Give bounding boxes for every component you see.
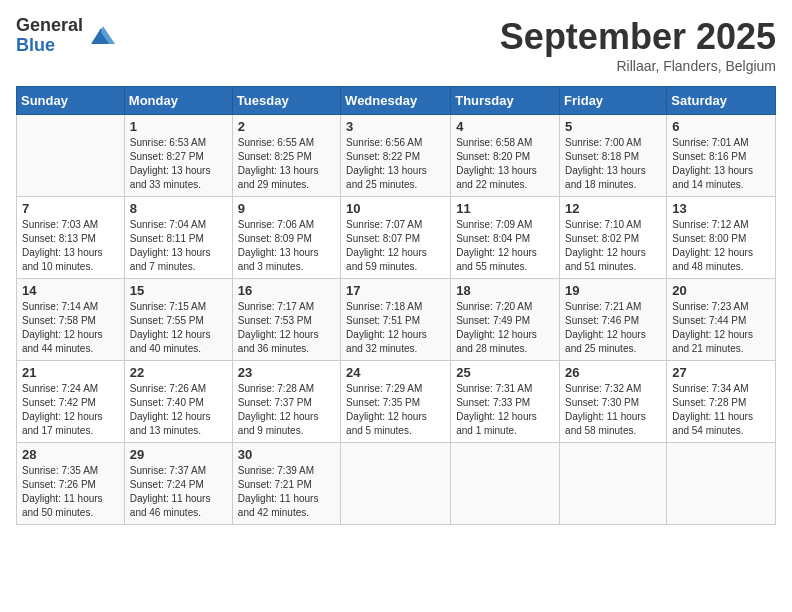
day-number: 9 — [238, 201, 335, 216]
cell-info: Sunrise: 7:00 AMSunset: 8:18 PMDaylight:… — [565, 136, 661, 192]
header-cell-sunday: Sunday — [17, 87, 125, 115]
day-number: 18 — [456, 283, 554, 298]
day-number: 26 — [565, 365, 661, 380]
cell-info: Sunrise: 7:07 AMSunset: 8:07 PMDaylight:… — [346, 218, 445, 274]
calendar-cell — [341, 443, 451, 525]
cell-info: Sunrise: 7:37 AMSunset: 7:24 PMDaylight:… — [130, 464, 227, 520]
cell-info: Sunrise: 7:31 AMSunset: 7:33 PMDaylight:… — [456, 382, 554, 438]
day-number: 25 — [456, 365, 554, 380]
cell-info: Sunrise: 7:34 AMSunset: 7:28 PMDaylight:… — [672, 382, 770, 438]
calendar-cell: 15Sunrise: 7:15 AMSunset: 7:55 PMDayligh… — [124, 279, 232, 361]
header-cell-wednesday: Wednesday — [341, 87, 451, 115]
header-cell-thursday: Thursday — [451, 87, 560, 115]
calendar-cell: 26Sunrise: 7:32 AMSunset: 7:30 PMDayligh… — [560, 361, 667, 443]
calendar-cell: 3Sunrise: 6:56 AMSunset: 8:22 PMDaylight… — [341, 115, 451, 197]
week-row-2: 7Sunrise: 7:03 AMSunset: 8:13 PMDaylight… — [17, 197, 776, 279]
cell-info: Sunrise: 7:15 AMSunset: 7:55 PMDaylight:… — [130, 300, 227, 356]
day-number: 7 — [22, 201, 119, 216]
calendar-cell — [17, 115, 125, 197]
day-number: 22 — [130, 365, 227, 380]
cell-info: Sunrise: 7:10 AMSunset: 8:02 PMDaylight:… — [565, 218, 661, 274]
cell-info: Sunrise: 7:20 AMSunset: 7:49 PMDaylight:… — [456, 300, 554, 356]
calendar-cell: 4Sunrise: 6:58 AMSunset: 8:20 PMDaylight… — [451, 115, 560, 197]
calendar-cell: 27Sunrise: 7:34 AMSunset: 7:28 PMDayligh… — [667, 361, 776, 443]
header-cell-tuesday: Tuesday — [232, 87, 340, 115]
cell-info: Sunrise: 6:56 AMSunset: 8:22 PMDaylight:… — [346, 136, 445, 192]
day-number: 28 — [22, 447, 119, 462]
cell-info: Sunrise: 6:58 AMSunset: 8:20 PMDaylight:… — [456, 136, 554, 192]
calendar-cell: 29Sunrise: 7:37 AMSunset: 7:24 PMDayligh… — [124, 443, 232, 525]
day-number: 6 — [672, 119, 770, 134]
calendar-cell: 14Sunrise: 7:14 AMSunset: 7:58 PMDayligh… — [17, 279, 125, 361]
cell-info: Sunrise: 7:32 AMSunset: 7:30 PMDaylight:… — [565, 382, 661, 438]
cell-info: Sunrise: 6:53 AMSunset: 8:27 PMDaylight:… — [130, 136, 227, 192]
day-number: 12 — [565, 201, 661, 216]
cell-info: Sunrise: 7:06 AMSunset: 8:09 PMDaylight:… — [238, 218, 335, 274]
day-number: 16 — [238, 283, 335, 298]
calendar-cell: 22Sunrise: 7:26 AMSunset: 7:40 PMDayligh… — [124, 361, 232, 443]
calendar-table: SundayMondayTuesdayWednesdayThursdayFrid… — [16, 86, 776, 525]
logo: General Blue — [16, 16, 115, 56]
day-number: 17 — [346, 283, 445, 298]
day-number: 8 — [130, 201, 227, 216]
day-number: 4 — [456, 119, 554, 134]
cell-info: Sunrise: 7:29 AMSunset: 7:35 PMDaylight:… — [346, 382, 445, 438]
calendar-cell: 17Sunrise: 7:18 AMSunset: 7:51 PMDayligh… — [341, 279, 451, 361]
day-number: 11 — [456, 201, 554, 216]
calendar-cell: 6Sunrise: 7:01 AMSunset: 8:16 PMDaylight… — [667, 115, 776, 197]
day-number: 29 — [130, 447, 227, 462]
cell-info: Sunrise: 7:01 AMSunset: 8:16 PMDaylight:… — [672, 136, 770, 192]
cell-info: Sunrise: 7:28 AMSunset: 7:37 PMDaylight:… — [238, 382, 335, 438]
calendar-cell: 5Sunrise: 7:00 AMSunset: 8:18 PMDaylight… — [560, 115, 667, 197]
calendar-cell: 16Sunrise: 7:17 AMSunset: 7:53 PMDayligh… — [232, 279, 340, 361]
calendar-cell: 11Sunrise: 7:09 AMSunset: 8:04 PMDayligh… — [451, 197, 560, 279]
cell-info: Sunrise: 7:12 AMSunset: 8:00 PMDaylight:… — [672, 218, 770, 274]
calendar-cell — [451, 443, 560, 525]
calendar-cell: 20Sunrise: 7:23 AMSunset: 7:44 PMDayligh… — [667, 279, 776, 361]
page-header: General Blue September 2025 Rillaar, Fla… — [16, 16, 776, 74]
week-row-4: 21Sunrise: 7:24 AMSunset: 7:42 PMDayligh… — [17, 361, 776, 443]
calendar-cell: 24Sunrise: 7:29 AMSunset: 7:35 PMDayligh… — [341, 361, 451, 443]
calendar-cell: 9Sunrise: 7:06 AMSunset: 8:09 PMDaylight… — [232, 197, 340, 279]
cell-info: Sunrise: 7:17 AMSunset: 7:53 PMDaylight:… — [238, 300, 335, 356]
day-number: 10 — [346, 201, 445, 216]
day-number: 21 — [22, 365, 119, 380]
calendar-header: SundayMondayTuesdayWednesdayThursdayFrid… — [17, 87, 776, 115]
calendar-body: 1Sunrise: 6:53 AMSunset: 8:27 PMDaylight… — [17, 115, 776, 525]
day-number: 2 — [238, 119, 335, 134]
location: Rillaar, Flanders, Belgium — [500, 58, 776, 74]
calendar-cell — [667, 443, 776, 525]
calendar-cell: 2Sunrise: 6:55 AMSunset: 8:25 PMDaylight… — [232, 115, 340, 197]
title-block: September 2025 Rillaar, Flanders, Belgiu… — [500, 16, 776, 74]
cell-info: Sunrise: 7:39 AMSunset: 7:21 PMDaylight:… — [238, 464, 335, 520]
cell-info: Sunrise: 7:04 AMSunset: 8:11 PMDaylight:… — [130, 218, 227, 274]
cell-info: Sunrise: 7:03 AMSunset: 8:13 PMDaylight:… — [22, 218, 119, 274]
logo-icon — [87, 22, 115, 50]
cell-info: Sunrise: 7:18 AMSunset: 7:51 PMDaylight:… — [346, 300, 445, 356]
month-title: September 2025 — [500, 16, 776, 58]
day-number: 13 — [672, 201, 770, 216]
logo-blue: Blue — [16, 36, 83, 56]
day-number: 20 — [672, 283, 770, 298]
day-number: 14 — [22, 283, 119, 298]
day-number: 30 — [238, 447, 335, 462]
calendar-cell: 25Sunrise: 7:31 AMSunset: 7:33 PMDayligh… — [451, 361, 560, 443]
day-number: 27 — [672, 365, 770, 380]
day-number: 5 — [565, 119, 661, 134]
header-cell-friday: Friday — [560, 87, 667, 115]
calendar-cell: 1Sunrise: 6:53 AMSunset: 8:27 PMDaylight… — [124, 115, 232, 197]
calendar-cell: 13Sunrise: 7:12 AMSunset: 8:00 PMDayligh… — [667, 197, 776, 279]
cell-info: Sunrise: 7:23 AMSunset: 7:44 PMDaylight:… — [672, 300, 770, 356]
cell-info: Sunrise: 7:24 AMSunset: 7:42 PMDaylight:… — [22, 382, 119, 438]
cell-info: Sunrise: 7:14 AMSunset: 7:58 PMDaylight:… — [22, 300, 119, 356]
logo-general: General — [16, 16, 83, 36]
header-row: SundayMondayTuesdayWednesdayThursdayFrid… — [17, 87, 776, 115]
cell-info: Sunrise: 7:09 AMSunset: 8:04 PMDaylight:… — [456, 218, 554, 274]
cell-info: Sunrise: 7:21 AMSunset: 7:46 PMDaylight:… — [565, 300, 661, 356]
calendar-cell: 8Sunrise: 7:04 AMSunset: 8:11 PMDaylight… — [124, 197, 232, 279]
calendar-cell: 7Sunrise: 7:03 AMSunset: 8:13 PMDaylight… — [17, 197, 125, 279]
week-row-5: 28Sunrise: 7:35 AMSunset: 7:26 PMDayligh… — [17, 443, 776, 525]
calendar-cell — [560, 443, 667, 525]
calendar-cell: 19Sunrise: 7:21 AMSunset: 7:46 PMDayligh… — [560, 279, 667, 361]
header-cell-saturday: Saturday — [667, 87, 776, 115]
